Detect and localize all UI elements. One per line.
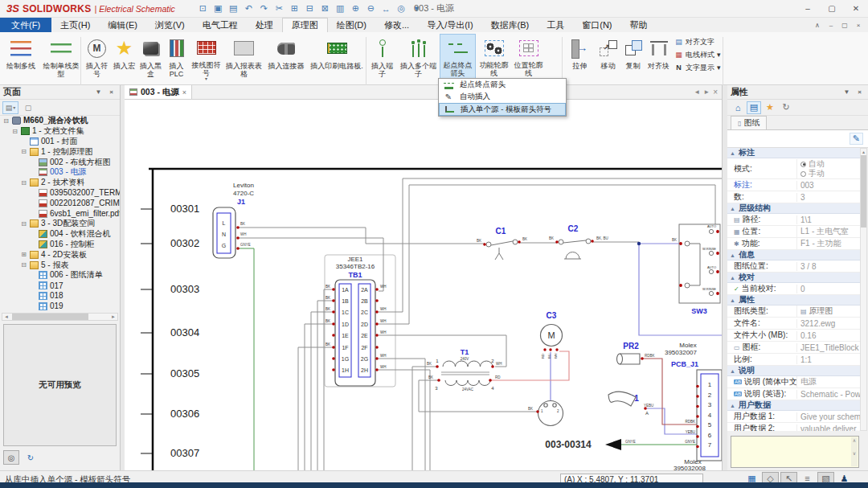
- zoom-in-icon[interactable]: ⊕: [349, 2, 362, 15]
- paste-properties-icon[interactable]: ▥: [334, 2, 347, 15]
- text-display-button[interactable]: N文字显示▾: [674, 61, 721, 74]
- menu-item[interactable]: 电气工程: [194, 18, 247, 32]
- row-file-size[interactable]: 文件大小 (MB):0.16: [727, 330, 862, 342]
- menu-item[interactable]: 修改...: [375, 18, 418, 32]
- scrollbar-thumb[interactable]: [861, 155, 866, 228]
- section-description[interactable]: ▲说明: [727, 366, 862, 376]
- row-mode[interactable]: 模式: 自动手动: [727, 158, 862, 179]
- stretch-button[interactable]: 拉伸: [564, 34, 595, 82]
- component-c3-motor[interactable]: C3 M RD BU WH: [541, 311, 563, 359]
- restore-button[interactable]: ▢: [820, 0, 844, 17]
- edit-pencil-icon[interactable]: ✎: [850, 133, 863, 145]
- note-scrollbar[interactable]: ∧∨: [851, 437, 858, 466]
- tree-item[interactable]: ⊟ M660_混合冷饮机: [0, 116, 120, 126]
- function-outline-button[interactable]: 功能轮廓线▾: [477, 34, 511, 82]
- section-info[interactable]: ▲信息: [727, 250, 862, 260]
- pan-icon[interactable]: ↔: [379, 2, 393, 15]
- close-panel-icon[interactable]: ×: [854, 87, 865, 97]
- menu-item[interactable]: 浏览(V): [146, 18, 194, 32]
- tree-item[interactable]: 001 - 封面: [0, 137, 120, 147]
- tree-item[interactable]: 017: [0, 281, 120, 291]
- save-icon[interactable]: ▣: [211, 2, 225, 15]
- menu-item[interactable]: 文件(F): [0, 18, 51, 32]
- menu-item[interactable]: 编辑(E): [99, 18, 146, 32]
- row-location[interactable]: ▦位置:L1 - 主电气室: [727, 226, 862, 238]
- menu-item[interactable]: 数据库(B): [482, 18, 538, 32]
- favorites-icon[interactable]: ★: [763, 101, 777, 114]
- tree-expander-icon[interactable]: ⊞: [20, 251, 27, 258]
- right-splitter[interactable]: [722, 85, 727, 470]
- tree-item[interactable]: ⊟ 1 - 文档文件集: [0, 126, 120, 137]
- pin-icon[interactable]: ▼: [93, 87, 104, 97]
- doc-restore-icon[interactable]: ▢: [838, 19, 851, 31]
- tree-item[interactable]: 003 - 电源: [0, 167, 120, 178]
- tree-item[interactable]: 004 - 饮料混合机: [0, 229, 120, 240]
- align-text-button[interactable]: ▤对齐文字: [674, 35, 721, 48]
- copy-icon[interactable]: ⊞: [288, 2, 301, 15]
- radio-auto[interactable]: [800, 162, 806, 167]
- row-mark[interactable]: 标注:003: [727, 179, 862, 191]
- tree-expander-icon[interactable]: ⊟: [20, 148, 27, 155]
- search-icon[interactable]: ◎: [395, 2, 408, 15]
- menu-item[interactable]: 帮助: [621, 18, 657, 32]
- menu-item[interactable]: 处理: [247, 18, 282, 32]
- doc-minimize-icon[interactable]: –: [825, 19, 837, 31]
- component-sw3[interactable]: SW3 BK AUTO W.RINSE AUTO W.RINSE: [672, 224, 720, 315]
- row-description-zh[interactable]: AB说明 (简体中文电源: [727, 376, 862, 388]
- section-attributes[interactable]: ▲属性: [727, 295, 862, 306]
- draw-singleline-button[interactable]: 绘制单线类型: [42, 34, 80, 82]
- insert-pcb-button[interactable]: 插入印刷电路板.: [309, 34, 365, 82]
- insert-blackbox-button[interactable]: 插入黑盒: [137, 34, 164, 82]
- section-revision[interactable]: ▲校对: [727, 273, 862, 283]
- tree-item[interactable]: 018: [0, 291, 120, 301]
- row-scale[interactable]: 比例:1:1: [727, 354, 862, 366]
- home-icon[interactable]: ⌂: [731, 101, 745, 114]
- paste-icon[interactable]: ⊟: [303, 2, 317, 15]
- pages-view-alt-button[interactable]: ▢: [20, 101, 36, 114]
- component-pcb-j1[interactable]: Molex 395032007 PCB_J1 1 2 3 4 5 6 7: [665, 342, 722, 470]
- component-c3-plug[interactable]: 1 2 BK: [528, 401, 563, 426]
- row-path[interactable]: ▤路径:1\1: [727, 214, 862, 226]
- cut-icon[interactable]: ✂: [272, 2, 286, 15]
- doc-close-icon[interactable]: ×: [852, 19, 865, 31]
- tree-expander-icon[interactable]: ⊟: [2, 117, 10, 125]
- tree-expander-icon[interactable]: ⊟: [20, 220, 27, 228]
- component-tb1[interactable]: JEE1 35346TB2-16 TB1 1A2A 1B2B 1C2C 1D2D…: [326, 256, 387, 386]
- menu-item[interactable]: 窗口(N): [573, 18, 620, 32]
- tree-item[interactable]: 0395032007_TERMINA: [0, 188, 120, 199]
- refresh-preview-button[interactable]: ↻: [23, 450, 39, 465]
- insert-multiple-terminals-button[interactable]: 插入多个端子: [398, 34, 439, 82]
- copy-properties-icon[interactable]: ⊠: [318, 2, 332, 15]
- row-sheet-position[interactable]: 图纸位置:3 / 8: [727, 260, 862, 273]
- section-annotation[interactable]: ▲标注: [727, 148, 862, 158]
- tree-item[interactable]: ⊟ 2 - 技术资料: [0, 178, 120, 188]
- component-j1[interactable]: Leviton 4720-C J1 L N G BK WH GNYE: [213, 182, 254, 258]
- row-sheet-type[interactable]: 图纸类型:▤ 原理图: [727, 306, 862, 318]
- tree-item[interactable]: ⊟ 5 - 报表: [0, 260, 120, 270]
- align-blocks-button[interactable]: 对齐块: [645, 34, 672, 82]
- row-user-data-1[interactable]: 用户数据 1:Give your schem: [727, 411, 862, 423]
- component-pr1[interactable]: PR1 YEBU A: [608, 392, 653, 416]
- properties-note-box[interactable]: ∧∨: [731, 436, 859, 468]
- row-current-revision[interactable]: ✓当前校对:0: [727, 283, 862, 295]
- row-description-en[interactable]: AB说明 (英语):Schematic - Pow: [727, 388, 862, 400]
- menu-item-insert-single-source[interactable]: 插入单个源 - 模板箭头符号: [439, 103, 566, 116]
- schematic-canvas[interactable]: 00301 00302 00303 00304 00305 00306 0030…: [125, 100, 722, 470]
- insert-symbol-button[interactable]: M插入符号: [83, 34, 111, 82]
- zoom-out-icon[interactable]: ⊖: [364, 2, 378, 15]
- menu-item-origin-destination[interactable]: 起点终点箭头: [439, 79, 566, 91]
- copy-button[interactable]: 复制: [621, 34, 645, 82]
- properties-scrollbar[interactable]: ▴: [860, 148, 867, 431]
- menu-item[interactable]: 工具: [538, 18, 573, 32]
- tree-horizontal-scrollbar[interactable]: ◄ ►: [2, 313, 118, 321]
- row-function[interactable]: ✱功能:F1 - 主功能: [727, 238, 862, 250]
- close-panel-icon[interactable]: ×: [106, 87, 117, 97]
- menu-item[interactable]: 绘图(D): [328, 18, 375, 32]
- wire-style-button[interactable]: ▦电线样式▾: [674, 48, 721, 61]
- row-user-data-2[interactable]: 用户数据 2:valuable deliver...: [727, 423, 862, 431]
- close-tab-icon[interactable]: ×: [713, 88, 718, 96]
- tree-item[interactable]: 019: [0, 301, 120, 311]
- preview-toggle-button[interactable]: ◎: [3, 450, 19, 465]
- tree-item[interactable]: 0022012087_CRIMP_H: [0, 198, 120, 208]
- insert-plc-button[interactable]: 插入 PLC: [165, 34, 188, 82]
